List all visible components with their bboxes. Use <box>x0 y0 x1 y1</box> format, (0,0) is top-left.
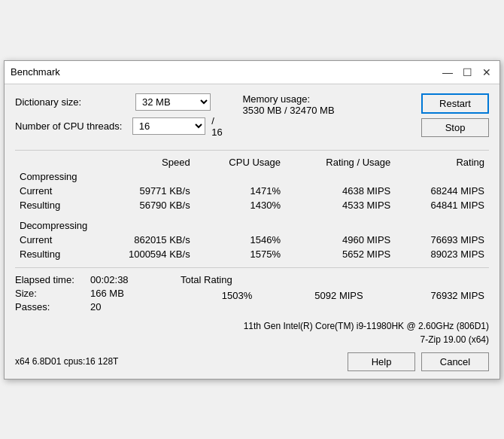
decomp-resulting-row: Resulting 1000594 KB/s 1575% 5652 MIPS 8… <box>15 247 489 261</box>
decomp-current-rating-usage: 4960 MIPS <box>285 233 395 247</box>
title-bar-controls: — ☐ ✕ <box>441 66 493 79</box>
memory-label: Memory usage: <box>242 93 406 105</box>
passes-label: Passes: <box>15 301 90 312</box>
divider-1 <box>15 150 489 151</box>
size-row: Size: 166 MB <box>15 288 181 299</box>
comp-current-speed: 59771 KB/s <box>90 184 195 198</box>
comp-resulting-speed: 56790 KB/s <box>90 198 195 212</box>
cpu-info: 11th Gen Intel(R) Core(TM) i9-11980HK @ … <box>15 319 489 333</box>
decomp-resulting-rating-usage: 5652 MIPS <box>285 247 395 261</box>
passes-row: Passes: 20 <box>15 301 181 312</box>
total-rating-values-row: 1503% 5092 MIPS 76932 MIPS <box>181 288 489 303</box>
comp-current-rating-usage: 4638 MIPS <box>285 184 395 198</box>
memory-section: Memory usage: 3530 MB / 32470 MB <box>242 93 406 116</box>
dict-size-select[interactable]: 32 MB <box>135 93 211 111</box>
bottom-section: Elapsed time: 00:02:38 Size: 166 MB Pass… <box>15 274 489 315</box>
decomp-current-row: Current 862015 KB/s 1546% 4960 MIPS 7669… <box>15 233 489 247</box>
decomp-resulting-label: Resulting <box>15 247 90 261</box>
dict-size-label: Dictionary size: <box>15 96 135 108</box>
decomp-resulting-speed: 1000594 KB/s <box>90 247 195 261</box>
decomp-current-label: Current <box>15 233 90 247</box>
col-header-cpu: CPU Usage <box>195 155 285 169</box>
memory-value: 3530 MB / 32470 MB <box>242 105 406 116</box>
footer-bottom: x64 6.8D01 cpus:16 128T Help Cancel <box>15 352 489 371</box>
restart-button[interactable]: Restart <box>421 93 489 114</box>
maximize-button[interactable]: ☐ <box>460 66 474 79</box>
decomp-resulting-cpu: 1575% <box>195 247 285 261</box>
comp-resulting-rating: 64841 MIPS <box>395 198 489 212</box>
decompressing-label: Decompressing <box>15 218 489 233</box>
window-title: Benchmark <box>11 66 60 78</box>
size-value: 166 MB <box>90 288 124 299</box>
divider-2 <box>15 267 489 268</box>
table-header-row: Speed CPU Usage Rating / Usage Rating <box>15 155 489 169</box>
size-label: Size: <box>15 288 90 299</box>
main-content: Dictionary size: 32 MB Number of CPU thr… <box>5 84 499 379</box>
comp-resulting-label: Resulting <box>15 198 90 212</box>
passes-value: 20 <box>90 301 101 312</box>
top-section: Dictionary size: 32 MB Number of CPU thr… <box>15 93 489 142</box>
footer-buttons: Help Cancel <box>348 352 489 371</box>
total-rating-header: Total Rating <box>181 274 489 285</box>
comp-resulting-row: Resulting 56790 KB/s 1430% 4533 MIPS 648… <box>15 198 489 212</box>
total-rating-table: 1503% 5092 MIPS 76932 MIPS <box>181 288 489 303</box>
col-header-speed: Speed <box>90 155 195 169</box>
total-rating-usage: 5092 MIPS <box>257 288 367 303</box>
elapsed-label: Elapsed time: <box>15 274 90 285</box>
comp-current-label: Current <box>15 184 90 198</box>
app-info: 7-Zip 19.00 (x64) <box>15 333 489 346</box>
action-buttons: Restart Stop <box>421 93 489 137</box>
minimize-button[interactable]: — <box>441 66 454 79</box>
decomp-current-speed: 862015 KB/s <box>90 233 195 247</box>
total-rating-section: Total Rating 1503% 5092 MIPS 76932 MIPS <box>181 274 489 315</box>
dict-size-row: Dictionary size: 32 MB <box>15 93 227 111</box>
total-rating: 76932 MIPS <box>368 288 489 303</box>
help-button[interactable]: Help <box>348 352 415 371</box>
cpu-threads-label: Number of CPU threads: <box>15 120 132 132</box>
stats-left: Elapsed time: 00:02:38 Size: 166 MB Pass… <box>15 274 181 315</box>
cpu-threads-select[interactable]: 16 <box>132 117 206 135</box>
settings-panel: Dictionary size: 32 MB Number of CPU thr… <box>15 93 227 142</box>
decomp-current-cpu: 1546% <box>195 233 285 247</box>
decomp-current-rating: 76693 MIPS <box>395 233 489 247</box>
spacer-row-1 <box>15 212 489 218</box>
close-button[interactable]: ✕ <box>480 66 493 79</box>
title-bar: Benchmark — ☐ ✕ <box>5 61 499 84</box>
col-header-rating: Rating <box>395 155 489 169</box>
comp-resulting-rating-usage: 4533 MIPS <box>285 198 395 212</box>
version-label: x64 6.8D01 cpus:16 128T <box>15 356 118 367</box>
comp-resulting-cpu: 1430% <box>195 198 285 212</box>
cancel-button[interactable]: Cancel <box>421 352 489 371</box>
cpu-threads-row: Number of CPU threads: 16 / 16 <box>15 115 227 138</box>
comp-current-rating: 68244 MIPS <box>395 184 489 198</box>
decompressing-label-row: Decompressing <box>15 218 489 233</box>
benchmark-window: Benchmark — ☐ ✕ Dictionary size: 32 MB N… <box>4 60 500 380</box>
elapsed-row: Elapsed time: 00:02:38 <box>15 274 181 285</box>
stop-button[interactable]: Stop <box>421 118 489 137</box>
decomp-resulting-rating: 89023 MIPS <box>395 247 489 261</box>
total-cpu-usage: 1503% <box>181 288 257 303</box>
compressing-label-row: Compressing <box>15 169 489 184</box>
comp-current-row: Current 59771 KB/s 1471% 4638 MIPS 68244… <box>15 184 489 198</box>
elapsed-value: 00:02:38 <box>90 274 129 285</box>
thread-suffix: / 16 <box>211 115 227 138</box>
benchmark-table: Speed CPU Usage Rating / Usage Rating Co… <box>15 155 489 261</box>
compressing-label: Compressing <box>15 169 489 184</box>
col-header-rating-usage: Rating / Usage <box>285 155 395 169</box>
footer-info: 11th Gen Intel(R) Core(TM) i9-11980HK @ … <box>15 319 489 346</box>
comp-current-cpu: 1471% <box>195 184 285 198</box>
col-header-name <box>15 155 90 169</box>
